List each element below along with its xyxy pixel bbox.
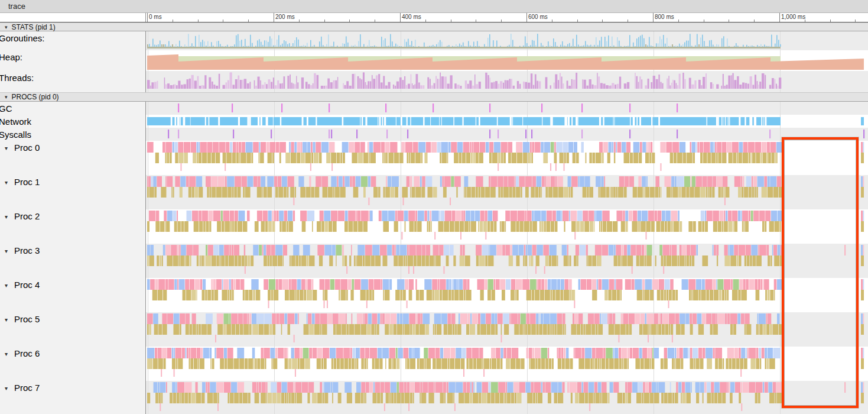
ruler-minor-tick (375, 20, 375, 22)
ruler-tick-label: 400 ms (402, 14, 421, 20)
row-label-text: Syscalls (0, 130, 31, 140)
row-label-proc3[interactable]: ▾Proc 3 (0, 244, 146, 278)
ruler-minor-tick (173, 20, 173, 22)
row-label-syscalls: Syscalls (0, 128, 146, 141)
row-track-gc (146, 102, 868, 115)
ruler-minor-tick (451, 20, 451, 22)
row-label-text: GC (0, 104, 12, 114)
ruler-tick-label: 200 ms (275, 14, 295, 20)
row-label-text: Proc 6 (14, 348, 40, 358)
ruler-major-tick (400, 13, 401, 22)
proc5-track-canvas[interactable] (146, 312, 867, 347)
ruler-minor-tick (855, 20, 856, 22)
ruler-minor-tick (830, 20, 831, 22)
row-track-threads (146, 71, 868, 92)
row-proc0: ▾Proc 0 (0, 141, 868, 175)
ruler-minor-tick (349, 20, 350, 22)
ruler-minor-tick (476, 20, 476, 22)
proc0-track-canvas[interactable] (146, 141, 867, 175)
ruler-minor-tick (223, 20, 223, 22)
row-track-network (146, 115, 868, 128)
row-track-proc1 (146, 175, 868, 209)
row-goroutines: Goroutines: (0, 31, 868, 50)
row-track-proc0 (146, 141, 868, 175)
row-label-text: Proc 0 (14, 143, 40, 153)
ruler-tick-label: 0 ms (149, 14, 162, 20)
row-label-text: Threads: (0, 73, 34, 83)
ruler-minor-tick (628, 20, 628, 22)
collapse-arrow-icon: ▾ (5, 94, 8, 100)
proc2-track-canvas[interactable] (146, 209, 867, 244)
collapse-arrow-icon: ▾ (5, 24, 8, 30)
row-track-syscalls (146, 128, 868, 141)
ruler-minor-tick (425, 20, 426, 22)
proc4-track-canvas[interactable] (146, 278, 867, 312)
row-track-proc7 (146, 381, 868, 414)
ruler-minor-tick (324, 20, 325, 22)
row-proc1: ▾Proc 1 (0, 175, 868, 209)
row-label-proc1[interactable]: ▾Proc 1 (0, 175, 146, 209)
row-threads: Threads: (0, 71, 868, 92)
ruler-minor-tick (248, 20, 249, 22)
track-rows: ▾STATS (pid 1)Goroutines:Heap:Threads:▾P… (0, 22, 868, 414)
expand-arrow-icon[interactable]: ▾ (5, 145, 14, 151)
ruler-tick-label: 600 ms (528, 14, 548, 20)
row-syscalls: Syscalls (0, 128, 868, 141)
row-track-proc3 (146, 244, 868, 278)
ruler-track[interactable]: 0 ms200 ms400 ms600 ms800 ms1,000 ms (146, 13, 868, 22)
row-label-text: Proc 3 (14, 245, 40, 255)
ruler-tick-label: 1,000 ms (781, 14, 805, 20)
row-network: Network (0, 115, 868, 128)
row-track-proc4 (146, 278, 868, 312)
timeline-ruler[interactable]: 0 ms200 ms400 ms600 ms800 ms1,000 ms (0, 13, 868, 22)
row-proc3: ▾Proc 3 (0, 244, 868, 278)
expand-arrow-icon[interactable]: ▾ (5, 248, 14, 254)
row-proc7: ▾Proc 7 (0, 381, 868, 414)
row-gc: GC (0, 102, 868, 115)
expand-arrow-icon[interactable]: ▾ (5, 282, 14, 289)
ruler-minor-tick (805, 20, 805, 22)
row-track-goroutines (146, 31, 868, 50)
proc3-track-canvas[interactable] (146, 244, 867, 278)
ruler-minor-tick (602, 20, 603, 22)
trace-viewer-window: trace 0 ms200 ms400 ms600 ms800 ms1,000 … (0, 0, 868, 414)
row-label-proc2[interactable]: ▾Proc 2 (0, 209, 146, 244)
row-label-proc5[interactable]: ▾Proc 5 (0, 312, 146, 347)
row-label-proc0[interactable]: ▾Proc 0 (0, 141, 146, 175)
threads-track-canvas[interactable] (146, 71, 867, 92)
ruler-minor-tick (299, 20, 300, 22)
row-label-threads: Threads: (0, 71, 146, 92)
ruler-tick-label: 800 ms (655, 14, 674, 20)
gc-track-canvas[interactable] (146, 102, 867, 115)
row-proc6: ▾Proc 6 (0, 347, 868, 381)
ruler-minor-tick (577, 20, 578, 22)
row-label-text: Heap: (0, 52, 22, 62)
ruler-spacer (0, 13, 146, 22)
expand-arrow-icon[interactable]: ▾ (5, 351, 14, 357)
heap-track-canvas[interactable] (146, 50, 867, 71)
section-header-label: STATS (pid 1) (12, 23, 56, 31)
ruler-major-tick (779, 13, 780, 22)
row-label-goroutines: Goroutines: (0, 31, 146, 50)
section-header-stats[interactable]: ▾STATS (pid 1) (0, 22, 868, 31)
ruler-minor-tick (552, 20, 552, 22)
goroutines-track-canvas[interactable] (146, 31, 867, 50)
expand-arrow-icon[interactable]: ▾ (5, 385, 14, 392)
ruler-major-tick (147, 13, 148, 22)
syscalls-track-canvas[interactable] (146, 128, 867, 141)
network-track-canvas[interactable] (146, 115, 867, 128)
ruler-major-tick (526, 13, 527, 22)
expand-arrow-icon[interactable]: ▾ (5, 316, 14, 323)
proc7-track-canvas[interactable] (146, 381, 867, 414)
row-label-proc7[interactable]: ▾Proc 7 (0, 381, 146, 414)
row-label-proc6[interactable]: ▾Proc 6 (0, 347, 146, 381)
proc6-track-canvas[interactable] (146, 347, 867, 381)
section-header-procs[interactable]: ▾PROCS (pid 0) (0, 92, 868, 102)
proc1-track-canvas[interactable] (146, 175, 867, 209)
row-proc5: ▾Proc 5 (0, 312, 868, 347)
expand-arrow-icon[interactable]: ▾ (5, 214, 14, 220)
row-label-proc4[interactable]: ▾Proc 4 (0, 278, 146, 312)
expand-arrow-icon[interactable]: ▾ (5, 179, 14, 186)
ruler-minor-tick (704, 20, 704, 22)
row-heap: Heap: (0, 50, 868, 71)
